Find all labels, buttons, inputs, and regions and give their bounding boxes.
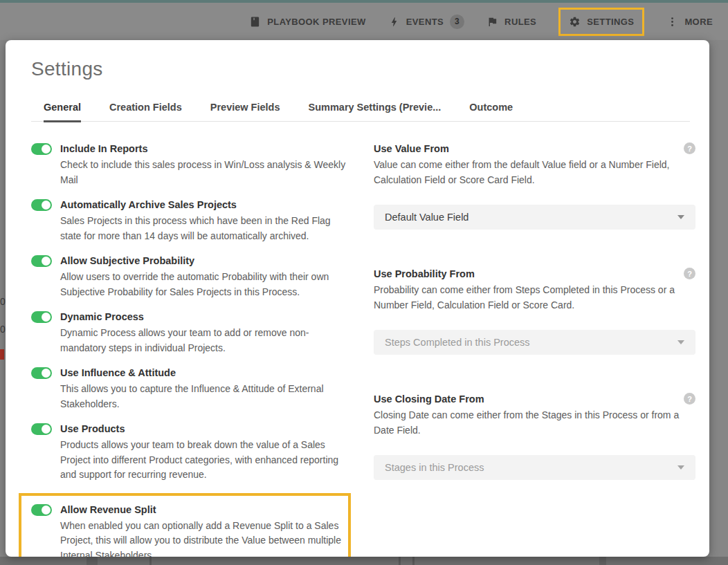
nav-item-events[interactable]: EVENTS 3	[388, 15, 464, 29]
setting-auto-archive: Automatically Archive Sales Projects Sal…	[31, 198, 351, 243]
events-icon	[388, 16, 400, 28]
help-icon[interactable]: ?	[684, 268, 695, 279]
events-count-badge: 3	[450, 15, 464, 29]
nav-item-more[interactable]: MORE	[666, 16, 713, 28]
table-divider	[149, 557, 152, 565]
select-value: Steps Completed in this Process	[385, 337, 530, 348]
select-value: Stages in this Process	[385, 462, 484, 473]
background-text-fragment: 0	[0, 296, 6, 307]
setting-use-closing-date-from: Use Closing Date From ? Closing Date can…	[374, 392, 695, 480]
setting-title: Use Closing Date From	[374, 392, 484, 407]
table-divider	[399, 557, 401, 565]
toggle-knob	[42, 145, 51, 154]
table-divider	[412, 557, 415, 565]
toggle-knob	[42, 257, 51, 266]
nav-item-playbook-preview[interactable]: PLAYBOOK PREVIEW	[249, 16, 365, 28]
tab-general[interactable]: General	[44, 102, 81, 121]
help-icon[interactable]: ?	[684, 142, 695, 154]
setting-title: Dynamic Process	[60, 310, 351, 324]
chevron-down-icon	[677, 465, 684, 470]
setting-title: Use Products	[60, 422, 351, 436]
tab-summary-settings[interactable]: Summary Settings (Previe...	[309, 102, 442, 121]
setting-description: Allow users to override the automatic Pr…	[60, 270, 351, 299]
toggle-influence-attitude[interactable]	[31, 367, 52, 379]
toggle-knob	[42, 425, 51, 434]
toggle-knob	[42, 313, 51, 322]
nav-item-rules[interactable]: RULES	[486, 16, 536, 28]
setting-description: Value can come either from the default V…	[374, 158, 695, 187]
select-value: Default Value Field	[385, 212, 468, 223]
background-text-fragment: 0	[0, 324, 6, 335]
setting-description: Check to include this sales process in W…	[60, 158, 351, 187]
nav-label: PLAYBOOK PREVIEW	[267, 17, 365, 27]
setting-title: Allow Subjective Probability	[60, 254, 351, 268]
settings-tabs: General Creation Fields Preview Fields S…	[31, 102, 690, 122]
toggle-auto-archive[interactable]	[31, 199, 52, 211]
setting-title: Allow Revenue Split	[60, 503, 341, 517]
settings-gear-icon	[569, 16, 581, 28]
setting-description: Dynamic Process allows your team to add …	[60, 326, 351, 355]
toggle-knob	[42, 201, 51, 210]
tab-outcome[interactable]: Outcome	[469, 102, 513, 121]
setting-include-in-reports: Include In Reports Check to include this…	[31, 142, 351, 187]
toggle-dynamic-process[interactable]	[31, 311, 52, 323]
top-navigation-bar: PLAYBOOK PREVIEW EVENTS 3 RULES SETTINGS…	[0, 3, 728, 40]
settings-modal: Settings General Creation Fields Preview…	[6, 40, 709, 557]
nav-item-settings[interactable]: SETTINGS	[558, 8, 644, 36]
setting-influence-attitude: Use Influence & Attitude This allows you…	[31, 366, 351, 411]
setting-dynamic-process: Dynamic Process Dynamic Process allows y…	[31, 310, 351, 355]
table-divider	[599, 557, 606, 565]
playbook-icon	[249, 16, 261, 28]
setting-title: Use Value From	[374, 142, 449, 156]
nav-label: MORE	[684, 17, 713, 27]
setting-title: Include In Reports	[60, 142, 351, 156]
setting-description: Closing Date can come either from the St…	[374, 408, 695, 438]
tab-creation-fields[interactable]: Creation Fields	[109, 102, 182, 121]
toggle-subjective-probability[interactable]	[31, 255, 52, 267]
background-table-strip	[0, 557, 728, 565]
setting-description: Probability can come either from Steps C…	[374, 283, 695, 313]
chevron-down-icon	[677, 215, 684, 219]
use-probability-from-select[interactable]: Steps Completed in this Process	[374, 330, 695, 355]
settings-content: Include In Reports Check to include this…	[31, 142, 690, 557]
toggle-knob	[42, 506, 51, 515]
setting-use-value-from: Use Value From ? Value can come either f…	[374, 142, 695, 230]
setting-title: Automatically Archive Sales Projects	[60, 198, 351, 212]
setting-description: This allows you to capture the Influence…	[60, 382, 351, 411]
setting-description: Products allows your team to break down …	[60, 438, 351, 483]
setting-subjective-probability: Allow Subjective Probability Allow users…	[31, 254, 351, 299]
chevron-down-icon	[677, 340, 684, 344]
toggle-include-in-reports[interactable]	[31, 143, 52, 155]
setting-use-probability-from: Use Probability From ? Probability can c…	[374, 267, 695, 355]
nav-label: SETTINGS	[587, 17, 634, 27]
setting-title: Use Influence & Attitude	[60, 366, 351, 380]
more-vertical-dots-icon	[666, 16, 678, 28]
nav-label: RULES	[504, 17, 536, 27]
setting-use-products: Use Products Products allows your team t…	[31, 422, 351, 483]
setting-description: When enabled you can optionally add a Re…	[60, 519, 341, 557]
tab-preview-fields[interactable]: Preview Fields	[210, 102, 280, 121]
toggle-allow-revenue-split[interactable]	[31, 504, 52, 516]
use-closing-date-from-select[interactable]: Stages in this Process	[374, 455, 695, 480]
setting-title: Use Probability From	[374, 267, 475, 281]
help-icon[interactable]: ?	[684, 393, 695, 405]
background-red-flag-fragment	[0, 349, 4, 360]
nav-label: EVENTS	[406, 17, 444, 27]
toggle-knob	[42, 369, 51, 378]
toggle-use-products[interactable]	[31, 423, 52, 435]
selects-column: Use Value From ? Value can come either f…	[374, 142, 695, 557]
toggles-column: Include In Reports Check to include this…	[31, 142, 351, 557]
setting-description: Sales Projects in this process which hav…	[60, 214, 351, 243]
table-divider	[87, 557, 98, 565]
rules-icon	[486, 16, 498, 28]
use-value-from-select[interactable]: Default Value Field	[374, 205, 695, 230]
modal-title: Settings	[31, 58, 690, 80]
setting-allow-revenue-split: Allow Revenue Split When enabled you can…	[31, 503, 341, 557]
highlight-box-allow-revenue-split: Allow Revenue Split When enabled you can…	[19, 493, 351, 557]
